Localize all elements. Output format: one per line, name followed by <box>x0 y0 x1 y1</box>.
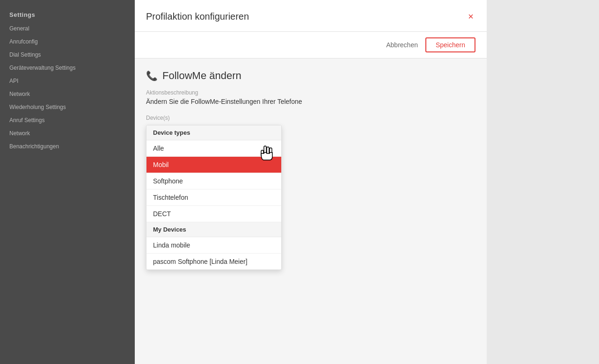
sidebar: Settings General Anrufconfig Dial Settin… <box>0 0 135 364</box>
sidebar-item-6[interactable]: Wiederholung Settings <box>0 101 135 114</box>
cancel-button[interactable]: Abbrechen <box>386 41 418 49</box>
modal-title: Profilaktion konfigurieren <box>146 11 249 22</box>
section-title-text: FollowMe ändern <box>162 70 241 82</box>
action-bar: Abbrechen Speichern <box>135 32 487 58</box>
description-text: Ändern Sie die FollowMe-Einstellungen Ih… <box>146 98 475 105</box>
sidebar-item-5[interactable]: Network <box>0 87 135 101</box>
devices-label: Device(s) <box>146 115 475 121</box>
dropdown-list[interactable]: Device types Alle Mobil Softphone Tischt… <box>146 125 282 270</box>
my-devices-header: My Devices <box>146 222 281 237</box>
sidebar-title: Settings <box>0 7 135 22</box>
modal: Profilaktion konfigurieren × Abbrechen S… <box>135 0 487 364</box>
modal-content: 📞 FollowMe ändern Aktionsbeschreibung Än… <box>135 58 487 364</box>
sidebar-item-8[interactable]: Network <box>0 127 135 140</box>
dropdown-item-linda-mobile[interactable]: Linda mobile <box>146 237 281 254</box>
dropdown-item-pascom-softphone[interactable]: pascom Softphone [Linda Meier] <box>146 254 281 269</box>
dropdown-item-mobil[interactable]: Mobil <box>146 157 281 173</box>
sidebar-item-4[interactable]: API <box>0 74 135 87</box>
sidebar-item-2[interactable]: Dial Settings <box>0 48 135 61</box>
dropdown-item-tischtelefon[interactable]: Tischtelefon <box>146 189 281 206</box>
dropdown-item-dect[interactable]: DECT <box>146 206 281 222</box>
sidebar-item-7[interactable]: Anruf Settings <box>0 114 135 127</box>
modal-header: Profilaktion konfigurieren × <box>135 0 487 32</box>
save-button[interactable]: Speichern <box>425 37 475 52</box>
sidebar-item-9[interactable]: Benachrichtigungen <box>0 140 135 153</box>
action-description-label: Aktionsbeschreibung <box>146 89 475 96</box>
close-button[interactable]: × <box>466 9 475 24</box>
device-types-header: Device types <box>146 125 281 140</box>
section-title: 📞 FollowMe ändern <box>146 70 475 82</box>
sidebar-item-3[interactable]: Geräteverwaltung Settings <box>0 61 135 74</box>
dropdown-item-alle[interactable]: Alle <box>146 140 281 157</box>
dropdown-item-softphone[interactable]: Softphone <box>146 173 281 189</box>
sidebar-item-1[interactable]: Anrufconfig <box>0 35 135 48</box>
sidebar-item-0[interactable]: General <box>0 22 135 35</box>
phone-icon: 📞 <box>146 70 158 81</box>
